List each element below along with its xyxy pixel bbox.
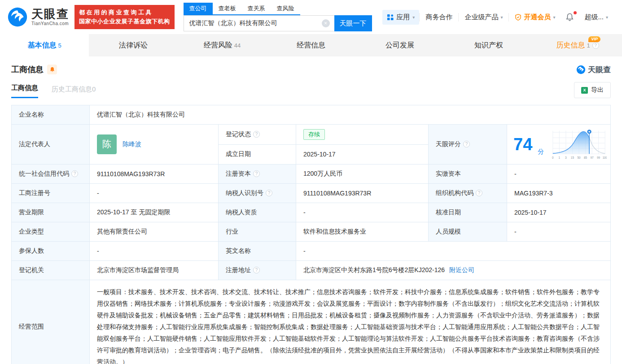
paid-in-capital-value: - xyxy=(507,165,610,184)
clear-icon[interactable]: × xyxy=(322,19,330,27)
approval-date-value: 2025-10-17 xyxy=(507,203,610,222)
bell-icon xyxy=(565,13,574,22)
approval-date-label: 核准日期 xyxy=(429,203,507,222)
svg-text:1: 1 xyxy=(559,156,561,159)
tab-history-info[interactable]: VIP 历史信息 1 ? xyxy=(533,34,622,56)
vip-badge: VIP xyxy=(588,36,600,42)
avatar[interactable]: 陈 xyxy=(97,134,117,154)
company-name-label: 企业名称 xyxy=(12,105,90,125)
tab-legal-litigation[interactable]: 法律诉讼 xyxy=(89,34,178,56)
bell-icon xyxy=(49,67,55,73)
help-icon[interactable]: ? xyxy=(463,141,470,147)
excel-icon: X xyxy=(581,87,588,94)
establish-date-value: 2025-10-17 xyxy=(296,145,428,164)
menu-item-member[interactable]: 开通会员 ▾ xyxy=(508,13,561,22)
logo-swirl-icon xyxy=(576,65,586,74)
help-icon[interactable]: ? xyxy=(476,190,482,196)
search-tab-risk[interactable]: 查风险 xyxy=(271,3,300,14)
help-icon[interactable]: ? xyxy=(253,267,260,273)
help-icon[interactable]: ? xyxy=(71,170,78,177)
paid-in-capital-label: 实缴资本 xyxy=(429,165,507,184)
credit-code-label: 统一社会信用代码? xyxy=(12,165,90,184)
taxpayer-quality-label: 纳税人资质 xyxy=(219,203,296,222)
search-tab-boss[interactable]: 查老板 xyxy=(213,3,242,14)
staff-size-label: 人员规模 xyxy=(429,222,507,242)
svg-text:97: 97 xyxy=(590,156,594,159)
english-name-label: 英文名称 xyxy=(219,242,296,261)
help-icon[interactable]: ? xyxy=(266,190,272,196)
industry-label: 行业 xyxy=(219,222,296,242)
notification-dot xyxy=(574,11,577,14)
notifications-bell[interactable] xyxy=(561,13,578,22)
top-header: 天眼查 TianYanCha.com 都在用的商业查询工具 国家中小企业发展子基… xyxy=(0,0,622,34)
menu-item-cooperation[interactable]: 商务合作 xyxy=(419,13,458,22)
insured-count-value: - xyxy=(90,242,219,261)
registered-address-value: 北京市海淀区中关村东路1号院6号楼2层KJ202-126 附近公司 xyxy=(296,261,610,280)
search-area: 查公司 查老板 查关系 查风险 × 天眼一下 xyxy=(184,3,372,31)
tianyancha-logo[interactable]: 天眼查 TianYanCha.com xyxy=(7,7,69,27)
business-term-label: 营业期限 xyxy=(12,203,90,222)
watermark-logo: 天眼查 xyxy=(576,65,611,75)
registered-capital-value: 1200万人民币 xyxy=(296,165,429,184)
search-tabs: 查公司 查老板 查关系 查风险 xyxy=(184,3,300,15)
reg-number-label: 工商注册号 xyxy=(12,184,90,203)
help-icon[interactable]: ? xyxy=(592,42,599,49)
reg-status-value: 存续 xyxy=(296,125,428,145)
help-icon[interactable]: ? xyxy=(253,170,260,177)
company-name-value: 优谱汇智（北京）科技有限公司 xyxy=(90,105,610,125)
reg-number-value: - xyxy=(90,184,219,203)
apps-label: 应用 xyxy=(396,13,410,22)
org-code-label: 组织机构代码? xyxy=(429,184,507,203)
score-label: 天眼评分? xyxy=(429,125,507,165)
company-type-value: 其他有限责任公司 xyxy=(90,222,219,242)
subtab-row: 工商信息 历史工商信息0 X 导出 xyxy=(11,82,611,98)
legal-rep-value: 陈 陈峰波 xyxy=(90,125,219,165)
credit-code-value: 91110108MAG193R73R xyxy=(90,165,219,184)
business-term-value: 2025-10-17 至 无固定期限 xyxy=(90,203,219,222)
score-number: 74 xyxy=(513,136,532,153)
monitor-bell-button[interactable] xyxy=(47,65,57,74)
business-scope-label: 经营范围 xyxy=(12,280,90,364)
legal-rep-link[interactable]: 陈峰波 xyxy=(123,140,141,148)
status-date-subgrid: 登记状态? 存续 成立日期 2025-10-17 xyxy=(219,125,429,165)
tab-operating-risk[interactable]: 经营风险 44 xyxy=(178,34,267,56)
svg-text:85: 85 xyxy=(584,156,587,159)
svg-text:0: 0 xyxy=(552,156,554,159)
business-scope-value: 一般项目：技术服务、技术开发、技术咨询、技术交流、技术转让、技术推广；信息技术咨… xyxy=(90,280,610,364)
search-tab-relation[interactable]: 查关系 xyxy=(242,3,271,14)
logo-title: 天眼查 xyxy=(31,8,69,20)
status-badge: 存续 xyxy=(303,129,325,140)
top-menu: 应用 ▾ 商务合作 企业级产品 ▾ 开通会员 ▾ 超级... xyxy=(382,10,614,25)
chevron-down-icon: ▾ xyxy=(412,15,415,20)
apps-menu[interactable]: 应用 ▾ xyxy=(382,10,419,25)
slogan-banner: 都在用的商业查询工具 国家中小企业发展子基金旗下机构 xyxy=(74,5,175,29)
org-code-value: MAG193R7-3 xyxy=(507,184,610,203)
tab-business-info[interactable]: 经营信息 xyxy=(267,34,355,56)
subtab-history-registration[interactable]: 历史工商信息0 xyxy=(52,85,96,98)
help-icon[interactable]: ? xyxy=(253,131,260,138)
tab-basic-info[interactable]: 基本信息 5 xyxy=(0,34,89,56)
nearby-companies-link[interactable]: 附近公司 xyxy=(449,266,474,274)
export-button[interactable]: X 导出 xyxy=(574,82,611,98)
score-distribution-chart: 0 1 3 15 50 85 97 99 100 xyxy=(551,128,607,160)
tab-intellectual-property[interactable]: 知识产权 xyxy=(444,34,533,56)
subtab-business-registration[interactable]: 工商信息 xyxy=(11,84,38,98)
apps-grid-icon xyxy=(387,14,394,21)
score-unit: 分 xyxy=(538,148,544,156)
search-button[interactable]: 天眼一下 xyxy=(334,15,372,31)
tab-company-development[interactable]: 公司发展 xyxy=(355,34,444,56)
menu-item-super[interactable]: 超级... ▾ xyxy=(578,13,614,22)
tab-count: 44 xyxy=(234,42,241,49)
menu-item-enterprise[interactable]: 企业级产品 ▾ xyxy=(458,13,508,22)
svg-text:99: 99 xyxy=(597,156,600,159)
taxpayer-id-value: 91110108MAG193R73R xyxy=(296,184,429,203)
staff-size-value: - xyxy=(507,222,610,242)
svg-text:3: 3 xyxy=(565,156,567,159)
company-type-label: 企业类型 xyxy=(12,222,90,242)
tab-count: 1 xyxy=(587,42,590,49)
vip-shield-icon xyxy=(515,14,521,21)
search-input[interactable] xyxy=(184,15,334,31)
establish-date-label: 成立日期 xyxy=(219,145,296,164)
search-tab-company[interactable]: 查公司 xyxy=(184,3,213,14)
registered-capital-label: 注册资本? xyxy=(219,165,296,184)
